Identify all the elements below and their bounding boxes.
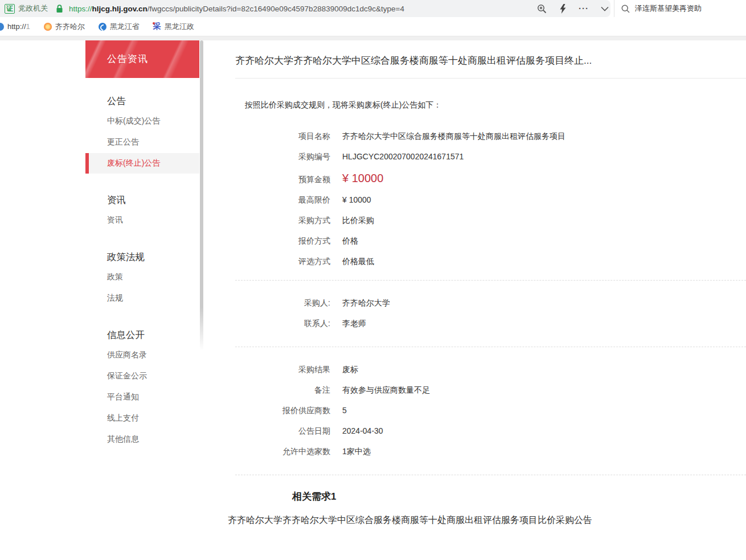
- bookmark-item[interactable]: http://1: [0, 22, 30, 31]
- sidebar-section-header: 政策法规: [107, 251, 199, 263]
- lock-icon: [56, 5, 63, 13]
- field-row: 采购人:齐齐哈尔大学: [235, 293, 746, 314]
- field-value: 李老师: [342, 319, 366, 329]
- field-value: 价格最低: [342, 257, 374, 267]
- sun-favicon-icon: [44, 23, 52, 31]
- field-row: 最高限价¥ 10000: [235, 190, 746, 211]
- address-bar[interactable]: 证 党政机关 https://hljcg.hlj.gov.cn/fwgccs/p…: [0, 0, 610, 17]
- field-label: 报价方式: [235, 236, 330, 246]
- globe-favicon-icon: [0, 23, 4, 31]
- announcement-main: 齐齐哈尔大学齐齐哈尔大学中区综合服务楼商服等十处商服出租评估服务项目终止... …: [235, 40, 746, 526]
- field-row: 评选方式价格最低: [235, 252, 746, 272]
- sidebar-item[interactable]: 资讯: [85, 210, 199, 230]
- ev-site-type-label: 党政机关: [18, 3, 48, 14]
- sidebar-banner: 公告资讯: [85, 40, 199, 78]
- bookmark-item[interactable]: 齐齐哈尔: [44, 22, 85, 32]
- url-path: /fwgccs/publicityDetails?id=82c16490e09c…: [147, 5, 404, 13]
- more-menu-icon[interactable]: ···: [577, 2, 590, 15]
- wave-favicon-icon: [99, 23, 106, 31]
- browser-search-box[interactable]: 泽连斯基望美再资助: [614, 0, 746, 17]
- field-label: 公告日期: [235, 426, 330, 437]
- related-requirements-section: 相关需求1 齐齐哈尔大学齐齐哈尔大学中区综合服务楼商服等十处商服出租评估服务项目…: [235, 475, 746, 526]
- field-row: 预算金额¥ 10000: [235, 167, 746, 190]
- sidebar-section-header: 信息公开: [107, 329, 199, 341]
- field-value: 2024-04-30: [342, 426, 383, 435]
- announcement-intro: 按照比价采购成交规则，现将采购废标(终止)公告如下：: [245, 100, 746, 110]
- field-value: 5: [342, 406, 347, 415]
- sidebar-scrollbar[interactable]: [200, 40, 203, 351]
- sidebar-section-header: 资讯: [107, 194, 199, 207]
- field-label: 联系人:: [235, 319, 330, 329]
- url-text: https://hljcg.hlj.gov.cn/fwgccs/publicit…: [69, 5, 404, 13]
- field-label: 备注: [235, 385, 330, 396]
- field-value: ¥ 10000: [342, 195, 371, 204]
- address-toolbar: ···: [535, 0, 611, 17]
- sidebar-item[interactable]: 更正公告: [85, 132, 199, 153]
- sidebar-section-header: 公告: [107, 95, 199, 108]
- field-value: 齐齐哈尔大学中区综合服务楼商服等十处商服出租评估服务项目: [342, 131, 565, 142]
- search-suggestion-text: 泽连斯基望美再资助: [635, 3, 702, 14]
- field-label: 报价供应商数: [235, 406, 330, 416]
- field-value: 价格: [342, 236, 358, 246]
- search-icon: [621, 5, 630, 13]
- field-value: HLJGCYC2002070020241671571: [342, 152, 464, 161]
- url-scheme: https: [69, 5, 85, 13]
- field-label: 允许中选家数: [235, 447, 330, 457]
- url-separator: ://: [85, 5, 92, 13]
- ev-cert-badge: 证: [5, 4, 15, 14]
- field-label: 评选方式: [235, 257, 330, 267]
- url-domain: hljcg.hlj.gov.cn: [92, 5, 147, 13]
- field-row: 报价供应商数5: [235, 401, 746, 421]
- field-label: 采购人:: [235, 298, 330, 308]
- sidebar-item[interactable]: 政策: [85, 267, 199, 287]
- field-value: 有效参与供应商数量不足: [342, 385, 430, 396]
- field-label: 项目名称: [235, 131, 330, 142]
- field-row: 报价方式价格: [235, 231, 746, 252]
- announcement-header: 齐齐哈尔大学齐齐哈尔大学中区综合服务楼商服等十处商服出租评估服务项目终止...: [235, 40, 746, 79]
- field-row: 联系人:李老师: [235, 314, 746, 334]
- field-group: 项目名称齐齐哈尔大学中区综合服务楼商服等十处商服出租评估服务项目采购编号HLJG…: [235, 124, 746, 280]
- field-value: 齐齐哈尔大学: [342, 298, 390, 308]
- field-label: 采购编号: [235, 152, 330, 162]
- sidebar-item[interactable]: 中标(成交)公告: [85, 111, 199, 131]
- field-group: 采购结果废标备注有效参与供应商数量不足报价供应商数5公告日期2024-04-30…: [235, 347, 746, 475]
- field-row: 备注有效参与供应商数量不足: [235, 380, 746, 401]
- chrome-bottom-strip: [0, 36, 746, 40]
- bookmark-item[interactable]: 采 黑龙江政: [153, 22, 194, 32]
- lightning-icon[interactable]: [556, 2, 569, 15]
- field-row: 项目名称齐齐哈尔大学中区综合服务楼商服等十处商服出租评估服务项目: [235, 126, 746, 147]
- sidebar-item[interactable]: 线上支付: [85, 408, 199, 429]
- sidebar-item[interactable]: 平台通知: [85, 387, 199, 407]
- sidebar-item[interactable]: 供应商名录: [85, 345, 199, 365]
- field-row: 采购方式比价采购: [235, 211, 746, 231]
- field-value: 比价采购: [342, 216, 374, 226]
- field-row: 采购编号HLJGCYC2002070020241671571: [235, 147, 746, 167]
- field-group: 采购人:齐齐哈尔大学联系人:李老师: [235, 280, 746, 347]
- sidebar-nav: 公告中标(成交)公告更正公告废标(终止)公告资讯资讯政策法规政策法规信息公开供应…: [85, 95, 199, 450]
- field-row: 公告日期2024-04-30: [235, 421, 746, 442]
- bookmark-item[interactable]: 黑龙江省: [99, 22, 140, 32]
- sidebar-item[interactable]: 法规: [85, 288, 199, 308]
- field-groups: 项目名称齐齐哈尔大学中区综合服务楼商服等十处商服出租评估服务项目采购编号HLJG…: [235, 124, 746, 475]
- field-row: 采购结果废标: [235, 360, 746, 380]
- sidebar-item[interactable]: 保证金公示: [85, 366, 199, 386]
- field-value: 废标: [342, 365, 358, 375]
- bookmarks-bar: http://1 齐齐哈尔 黑龙江省 采 黑龙江政: [0, 17, 746, 36]
- related-requirement-link[interactable]: 齐齐哈尔大学齐齐哈尔大学中区综合服务楼商服等十处商服出租评估服务项目比价采购公告: [228, 514, 746, 526]
- browser-topbar: 证 党政机关 https://hljcg.hlj.gov.cn/fwgccs/p…: [0, 0, 746, 17]
- sidebar-item[interactable]: 废标(终止)公告: [85, 153, 199, 174]
- field-label: 采购结果: [235, 365, 330, 375]
- sidebar: 公告资讯 公告中标(成交)公告更正公告废标(终止)公告资讯资讯政策法规政策法规信…: [85, 40, 199, 450]
- related-requirements-heading: 相关需求1: [292, 490, 746, 503]
- zoom-in-icon[interactable]: [535, 2, 548, 15]
- field-value: 1家中选: [342, 447, 371, 457]
- field-row: 允许中选家数1家中选: [235, 442, 746, 462]
- sidebar-item[interactable]: 其他信息: [85, 429, 199, 450]
- field-label: 采购方式: [235, 216, 330, 226]
- field-value: ¥ 10000: [342, 172, 383, 184]
- cai-glyph-favicon-icon: 采: [153, 22, 161, 32]
- chevron-down-icon[interactable]: [599, 2, 611, 15]
- field-label: 预算金额: [235, 175, 330, 185]
- page-content: 公告资讯 公告中标(成交)公告更正公告废标(终止)公告资讯资讯政策法规政策法规信…: [0, 40, 746, 559]
- field-label: 最高限价: [235, 195, 330, 205]
